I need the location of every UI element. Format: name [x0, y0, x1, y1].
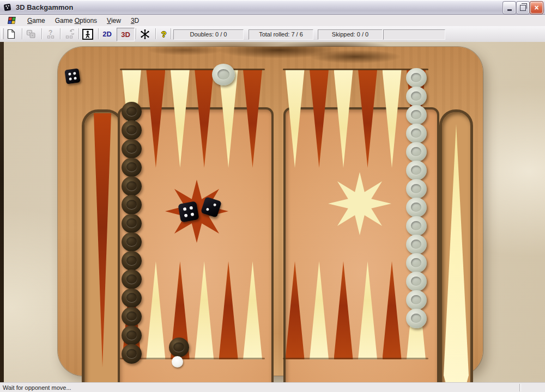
checker-dimple: [126, 237, 137, 246]
view-2d-button[interactable]: 2D: [101, 28, 113, 40]
restore-icon: [520, 5, 526, 11]
menu-view[interactable]: View: [102, 16, 126, 26]
network-game-button[interactable]: [25, 28, 37, 40]
checker-white[interactable]: [406, 105, 427, 125]
undo-button[interactable]: [63, 28, 75, 40]
board-point-red[interactable]: [383, 261, 402, 359]
checker-white[interactable]: [406, 309, 427, 328]
checker-white[interactable]: [406, 198, 427, 217]
checker-black[interactable]: [122, 232, 142, 252]
checker-white[interactable]: [212, 64, 235, 85]
checker-black[interactable]: [122, 158, 142, 177]
toolbar-separator: [171, 28, 172, 39]
minimize-button[interactable]: [503, 2, 516, 14]
checker-black[interactable]: [122, 270, 142, 289]
board-point-red[interactable]: [195, 70, 214, 168]
board-point-red[interactable]: [334, 261, 353, 359]
checker-dimple: [411, 221, 422, 231]
checker-white[interactable]: [406, 161, 427, 180]
checker-white[interactable]: [406, 272, 427, 291]
board-point-cream[interactable]: [195, 261, 214, 359]
checker-dimple: [126, 330, 137, 340]
checker-black[interactable]: [122, 344, 142, 364]
ball-marker[interactable]: [172, 356, 183, 367]
checker-black[interactable]: [122, 120, 142, 140]
board-point-cream[interactable]: [243, 261, 262, 359]
board-point-red[interactable]: [219, 261, 238, 359]
help-icon: ?: [161, 29, 166, 39]
checker-dimple: [411, 203, 422, 212]
menu-game-options[interactable]: Game Options: [50, 16, 102, 26]
toolbar-separator: [136, 28, 137, 39]
checker-white[interactable]: [406, 253, 427, 273]
application-window: 3D Backgammon × Game Game Options View 3…: [0, 0, 545, 392]
checker-dimple: [411, 166, 422, 175]
menu-bar: Game Game Options View 3D: [0, 15, 545, 27]
game-canvas[interactable]: [0, 42, 545, 382]
checker-black[interactable]: [169, 338, 189, 357]
board-hinge: [283, 69, 428, 70]
die-pip: [191, 213, 195, 217]
checker-dimple: [126, 162, 137, 171]
board-point-cream[interactable]: [310, 261, 329, 359]
die[interactable]: [64, 68, 80, 84]
checker-white[interactable]: [406, 124, 427, 143]
board-point-red[interactable]: [286, 261, 305, 359]
checker-black[interactable]: [122, 214, 142, 234]
title-bar[interactable]: 3D Backgammon ×: [0, 0, 545, 15]
checker-white[interactable]: [406, 142, 427, 162]
board-point-cream[interactable]: [383, 70, 402, 168]
checker-black[interactable]: [122, 251, 142, 271]
new-game-button[interactable]: [5, 28, 17, 40]
checker-dimple: [126, 274, 137, 284]
checker-black[interactable]: [122, 289, 142, 308]
checker-black[interactable]: [122, 139, 142, 159]
checker-dimple: [126, 144, 137, 153]
checker-dimple: [126, 107, 137, 116]
checker-dimple: [411, 91, 422, 101]
restore-button[interactable]: [517, 2, 529, 14]
menu-3d[interactable]: 3D: [126, 16, 144, 26]
checker-black[interactable]: [122, 195, 142, 215]
checker-dimple: [411, 277, 422, 286]
die-pip: [183, 207, 187, 211]
board-point-red[interactable]: [358, 70, 377, 168]
close-button[interactable]: ×: [530, 2, 543, 14]
help-button[interactable]: ?: [158, 28, 170, 40]
board-point-red[interactable]: [146, 70, 165, 168]
board-point-cream[interactable]: [286, 70, 305, 168]
board-point-cream[interactable]: [146, 261, 165, 359]
board-point-cream[interactable]: [334, 70, 353, 168]
checker-black[interactable]: [122, 102, 142, 121]
checker-white[interactable]: [406, 235, 427, 254]
app-icon[interactable]: [3, 3, 12, 11]
board-hinge: [120, 69, 265, 70]
view-3d-button[interactable]: 3D: [117, 28, 135, 41]
checker-black[interactable]: [122, 176, 142, 196]
player-button[interactable]: [81, 28, 94, 40]
view-3d-label: 3D: [121, 30, 130, 39]
roll-dice-icon: [140, 29, 150, 39]
checker-white[interactable]: [406, 179, 427, 199]
checker-white[interactable]: [406, 290, 427, 310]
checker-white[interactable]: [406, 216, 427, 236]
checker-white[interactable]: [406, 68, 427, 88]
checker-dimple: [217, 69, 229, 79]
board-hinge: [283, 358, 428, 359]
view-2d-label: 2D: [102, 30, 112, 38]
checker-white[interactable]: [406, 87, 427, 106]
board-point-red[interactable]: [310, 70, 329, 168]
die-pip: [74, 77, 77, 79]
board-point-cream[interactable]: [358, 261, 377, 359]
checker-black[interactable]: [122, 307, 142, 327]
board-point-cream[interactable]: [171, 70, 190, 168]
toolbar-separator: [155, 28, 156, 39]
checker-black[interactable]: [122, 326, 142, 345]
board-point-red[interactable]: [243, 70, 262, 168]
checker-dimple: [411, 128, 422, 138]
hint-button[interactable]: ?: [44, 28, 57, 40]
toolbar-grip[interactable]: [1, 28, 4, 39]
menu-game[interactable]: Game: [22, 16, 50, 26]
roll-dice-button[interactable]: [138, 28, 151, 40]
die[interactable]: [178, 201, 199, 222]
